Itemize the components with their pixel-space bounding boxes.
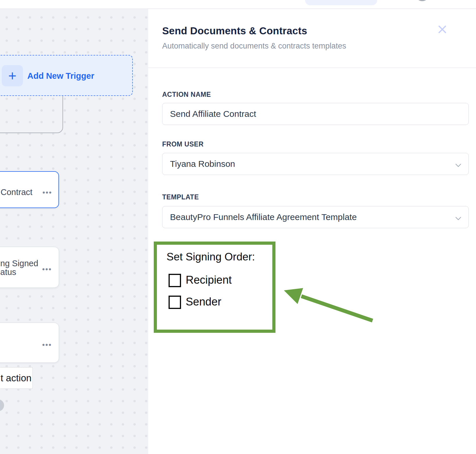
card-menu-button[interactable]: ••• (42, 265, 52, 273)
header-divider (148, 67, 476, 68)
action-name-field-wrap (162, 103, 469, 125)
close-icon[interactable] (437, 24, 448, 35)
select-action-chip[interactable]: t action (0, 367, 33, 389)
action-card-signed-status[interactable]: ng Signed atus ••• (0, 247, 59, 288)
recipient-label: Recipient (186, 274, 232, 286)
add-new-trigger-button[interactable]: + Add New Trigger (0, 55, 133, 96)
sender-checkbox[interactable] (169, 296, 181, 309)
sender-label: Sender (186, 296, 221, 308)
avatar (416, 0, 429, 1)
panel-title: Send Documents & Contracts (162, 25, 307, 37)
top-toolbar (0, 0, 476, 9)
action-card-label-line2: atus (0, 267, 16, 277)
card-menu-button[interactable]: ••• (42, 341, 52, 348)
panel-subtitle: Automatically send documents & contracts… (162, 42, 346, 51)
action-card-label: Contract (1, 187, 33, 197)
chevron-down-icon (454, 214, 462, 224)
card-menu-button[interactable]: ••• (42, 189, 52, 196)
recipient-checkbox[interactable] (169, 274, 181, 287)
workflow-canvas: + Add New Trigger Contract ••• ng Signed… (0, 9, 148, 454)
action-card-send-contract[interactable]: Contract ••• (0, 171, 59, 208)
workflow-builder-screen: + Add New Trigger Contract ••• ng Signed… (0, 0, 476, 454)
from-user-value: Tiyana Robinson (170, 159, 235, 169)
signing-order-highlight-box: Set Signing Order: Recipient Sender (154, 242, 275, 333)
add-step-node[interactable] (0, 399, 4, 411)
template-value: BeautyPro Funnels Affiliate Agreement Te… (170, 212, 357, 222)
action-name-label: ACTION NAME (162, 91, 211, 99)
add-new-trigger-label: Add New Trigger (27, 56, 94, 96)
plus-icon: + (2, 65, 23, 86)
chevron-down-icon (454, 161, 462, 171)
toolbar-pill-fragment (305, 0, 377, 5)
action-card-label-line1: ng Signed (0, 259, 38, 268)
select-action-label: t action (1, 368, 31, 388)
action-card-empty[interactable]: ••• (0, 323, 59, 363)
action-settings-panel: Send Documents & Contracts Automatically… (148, 9, 476, 454)
from-user-select[interactable]: Tiyana Robinson (162, 153, 469, 175)
annotation-arrow-icon (148, 9, 476, 454)
from-user-label: FROM USER (162, 140, 204, 148)
template-select[interactable]: BeautyPro Funnels Affiliate Agreement Te… (162, 206, 469, 228)
template-label: TEMPLATE (162, 193, 199, 201)
signing-order-heading: Set Signing Order: (167, 251, 255, 263)
action-name-input[interactable] (162, 103, 468, 125)
